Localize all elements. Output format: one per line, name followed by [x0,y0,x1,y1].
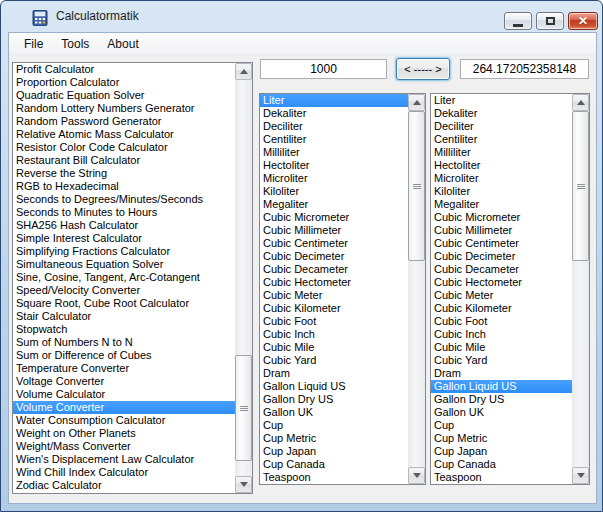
list-item[interactable]: Random Lottery Numbers Generator [13,102,235,115]
list-item[interactable]: Dram [431,367,572,380]
maximize-button[interactable] [536,12,564,30]
list-item[interactable]: Temperature Converter [13,362,235,375]
list-item[interactable]: Teaspoon [260,471,408,484]
list-item[interactable]: Gallon Dry US [431,393,572,406]
list-item[interactable]: Simplifying Fractions Calculator [13,245,235,258]
list-item[interactable]: Cubic Hectometer [260,276,408,289]
list-item[interactable]: Milliliter [431,146,572,159]
list-item[interactable]: Deciliter [431,120,572,133]
list-item[interactable]: Cubic Millimeter [260,224,408,237]
list-item[interactable]: Dekaliter [431,107,572,120]
menu-file[interactable]: File [17,35,50,53]
list-item[interactable]: Cup Canada [431,458,572,471]
list-item[interactable]: Microliter [260,172,408,185]
list-item[interactable]: Cubic Foot [431,315,572,328]
list-item[interactable]: Cubic Kilometer [260,302,408,315]
list-item[interactable]: Cup Canada [260,458,408,471]
scroll-down-button[interactable] [572,467,589,484]
list-item[interactable]: Cup Metric [431,432,572,445]
list-item[interactable]: Weight/Mass Converter [13,440,235,453]
list-item[interactable]: Sum of Numbers N to N [13,336,235,349]
list-item[interactable]: Resistor Color Code Calculator [13,141,235,154]
list-item[interactable]: Deciliter [260,120,408,133]
list-item[interactable]: Profit Calculator [13,63,235,76]
list-item[interactable]: Stair Calculator [13,310,235,323]
from-unit-scrollbar[interactable] [408,94,425,484]
list-item[interactable]: Simultaneous Equation Solver [13,258,235,271]
list-item[interactable]: Cubic Decameter [260,263,408,276]
list-item[interactable]: Kiloliter [260,185,408,198]
list-item[interactable]: Zodiac Calculator [13,479,235,492]
list-item[interactable]: Kiloliter [431,185,572,198]
list-item[interactable]: Gallon Dry US [260,393,408,406]
list-item[interactable]: Dekaliter [260,107,408,120]
list-item[interactable]: SHA256 Hash Calculator [13,219,235,232]
list-item[interactable]: Dram [260,367,408,380]
list-item[interactable]: Liter [431,94,572,107]
list-item[interactable]: Volume Calculator [13,388,235,401]
list-item[interactable]: Square Root, Cube Root Calculator [13,297,235,310]
list-item[interactable]: Gallon Liquid US [431,380,572,393]
list-item[interactable]: Water Consumption Calculator [13,414,235,427]
list-item[interactable]: Cubic Inch [260,328,408,341]
convert-to-value-input[interactable] [460,59,589,79]
close-button[interactable]: ✕ [568,12,598,30]
list-item[interactable]: Hectoliter [260,159,408,172]
menu-tools[interactable]: Tools [54,35,96,53]
list-item[interactable]: Seconds to Degrees/Minutes/Seconds [13,193,235,206]
list-item[interactable]: Hectoliter [431,159,572,172]
list-item[interactable]: Sine, Cosine, Tangent, Arc-Cotangent [13,271,235,284]
list-item[interactable]: Megaliter [431,198,572,211]
list-item[interactable]: Restaurant Bill Calculator [13,154,235,167]
list-item[interactable]: Cubic Centimeter [431,237,572,250]
list-item[interactable]: Relative Atomic Mass Calculator [13,128,235,141]
list-item[interactable]: Proportion Calculator [13,76,235,89]
list-item[interactable]: Cubic Yard [260,354,408,367]
list-item[interactable]: Voltage Converter [13,375,235,388]
list-item[interactable]: Cubic Kilometer [431,302,572,315]
list-item[interactable]: Wien's Displacement Law Calculator [13,453,235,466]
list-item[interactable]: Cubic Meter [431,289,572,302]
list-item[interactable]: Stopwatch [13,323,235,336]
list-item[interactable]: Cup [431,419,572,432]
list-item[interactable]: Cubic Mile [431,341,572,354]
menu-about[interactable]: About [100,35,145,53]
scroll-down-button[interactable] [408,467,425,484]
list-item[interactable]: Cup Metric [260,432,408,445]
to-unit-scrollbar[interactable] [572,94,589,484]
list-item[interactable]: Gallon UK [260,406,408,419]
list-item[interactable]: Milliliter [260,146,408,159]
list-item[interactable]: Cubic Millimeter [431,224,572,237]
list-item[interactable]: Cubic Centimeter [260,237,408,250]
list-item[interactable]: Cubic Hectometer [431,276,572,289]
list-item[interactable]: Quadratic Equation Solver [13,89,235,102]
list-item[interactable]: Weight on Other Planets [13,427,235,440]
scrollbar-thumb[interactable] [572,111,589,261]
list-item[interactable]: Gallon Liquid US [260,380,408,393]
list-item[interactable]: Sum or Difference of Cubes [13,349,235,362]
list-item[interactable]: Cubic Decimeter [260,250,408,263]
scroll-up-button[interactable] [408,94,425,111]
list-item[interactable]: Cup Japan [260,445,408,458]
list-item[interactable]: Cubic Micrometer [260,211,408,224]
list-item[interactable]: Cubic Meter [260,289,408,302]
convert-from-value-input[interactable] [260,59,387,79]
list-item[interactable]: Cubic Inch [431,328,572,341]
list-item[interactable]: Seconds to Minutes to Hours [13,206,235,219]
list-item[interactable]: Centiliter [431,133,572,146]
list-item[interactable]: Cubic Decimeter [431,250,572,263]
list-item[interactable]: Volume Converter [13,401,235,414]
title-bar[interactable]: Calculatormatik ✕ [1,1,602,32]
list-item[interactable]: Cubic Decameter [431,263,572,276]
list-item[interactable]: RGB to Hexadecimal [13,180,235,193]
scrollbar-thumb[interactable] [408,111,425,261]
list-item[interactable]: Centiliter [260,133,408,146]
scroll-up-button[interactable] [235,63,252,80]
list-item[interactable]: Cubic Mile [260,341,408,354]
list-item[interactable]: Simple Interest Calculator [13,232,235,245]
list-item[interactable]: Megaliter [260,198,408,211]
scrollbar-thumb[interactable] [235,355,252,461]
minimize-button[interactable] [504,12,532,30]
list-item[interactable]: Cubic Foot [260,315,408,328]
list-item[interactable]: Wind Chill Index Calculator [13,466,235,479]
